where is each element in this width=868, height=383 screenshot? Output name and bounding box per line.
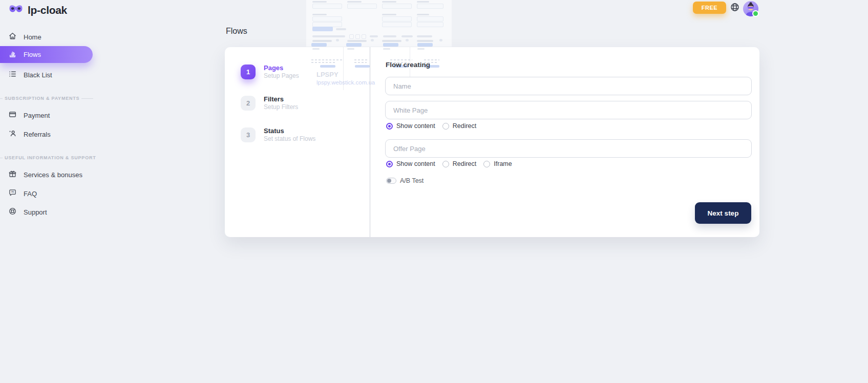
radio-button-checked[interactable]	[386, 161, 393, 167]
home-icon	[8, 32, 17, 42]
flows-stack-icon	[8, 50, 17, 60]
white-page-mode-group: Show content Redirect	[386, 122, 476, 130]
ab-test-label: A/B Test	[400, 177, 424, 184]
sidebar-item-label: Referrals	[24, 131, 51, 138]
sidebar-item-label: FAQ	[24, 190, 37, 198]
user-avatar[interactable]	[743, 1, 758, 16]
radio-show-content[interactable]: Show content	[386, 122, 435, 130]
radio-label: Iframe	[494, 160, 512, 167]
sidebar-item-referrals[interactable]: Referrals	[0, 125, 102, 143]
sidebar: lp-cloak Home Flows	[0, 0, 102, 383]
sidebar-section-support: USEFUL INFORMATION & SUPPORT	[0, 154, 98, 161]
credit-card-icon	[8, 110, 17, 120]
step-number: 3	[241, 127, 256, 142]
form-title: Flow creating	[386, 61, 430, 69]
radio-label: Show content	[396, 122, 435, 130]
card-divider	[370, 47, 370, 237]
page-title: Flows	[226, 27, 247, 36]
radio-show-content[interactable]: Show content	[386, 160, 435, 167]
stepper-step-pages[interactable]: 1 Pages Setup Pages	[241, 65, 299, 80]
radio-redirect[interactable]: Redirect	[442, 122, 477, 130]
radio-label: Redirect	[453, 122, 477, 130]
radio-label: Show content	[396, 160, 435, 167]
flow-creating-card: 1 Pages Setup Pages 2 Filters Setup Filt…	[225, 47, 759, 237]
brand-name: lp-cloak	[28, 4, 67, 16]
step-subtitle: Setup Pages	[264, 72, 299, 80]
sidebar-item-faq[interactable]: ?! FAQ	[0, 184, 102, 203]
sidebar-item-label: Services & bonuses	[24, 171, 82, 179]
ab-test-toggle-off[interactable]	[386, 178, 396, 184]
app-window: LPSPY lpspy.webstick.com.ua lp-cloak	[0, 0, 868, 383]
sidebar-item-black-list[interactable]: Black List	[0, 66, 102, 84]
stepper-step-status[interactable]: 3 Status Set status of Flows	[241, 127, 315, 143]
radio-button[interactable]	[442, 123, 449, 130]
sidebar-item-home[interactable]: Home	[0, 28, 102, 46]
radio-button[interactable]	[442, 161, 449, 167]
step-subtitle: Set status of Flows	[264, 135, 315, 143]
ab-test-row[interactable]: A/B Test	[386, 177, 424, 185]
brand-logo[interactable]: lp-cloak	[8, 4, 67, 16]
sidebar-section-subscription: SUBSCRIPTION & PAYMENTS	[0, 95, 98, 102]
radio-button[interactable]	[483, 161, 490, 167]
sidebar-item-label: Flows	[24, 51, 41, 58]
radio-button-checked[interactable]	[386, 123, 393, 130]
sidebar-item-label: Home	[24, 33, 41, 41]
offer-page-input[interactable]	[385, 139, 752, 158]
mask-logo-icon	[8, 4, 24, 16]
offer-page-mode-group: Show content Redirect Iframe	[386, 160, 512, 168]
faq-bubble-icon: ?!	[8, 188, 17, 199]
flow-name-input[interactable]	[385, 77, 752, 95]
sidebar-item-support[interactable]: Support	[0, 203, 102, 221]
language-globe-icon[interactable]	[730, 2, 740, 12]
step-title: Pages	[264, 64, 299, 72]
lifebuoy-icon	[8, 207, 17, 217]
sidebar-item-payment[interactable]: Payment	[0, 106, 102, 124]
list-icon	[8, 70, 17, 80]
step-number: 2	[241, 96, 256, 111]
plan-badge-button[interactable]: FREE	[693, 2, 726, 14]
sidebar-item-services-bonuses[interactable]: Services & bonuses	[0, 165, 102, 184]
white-page-input[interactable]	[385, 101, 752, 119]
sidebar-item-label: Support	[24, 208, 47, 216]
sidebar-item-label: Black List	[24, 71, 52, 79]
gift-icon	[8, 169, 17, 180]
step-title: Filters	[264, 95, 298, 103]
radio-label: Redirect	[453, 160, 477, 167]
person-add-icon	[8, 129, 17, 139]
sidebar-item-flows[interactable]: Flows	[0, 46, 93, 63]
stepper-step-filters[interactable]: 2 Filters Setup Filters	[241, 96, 298, 111]
step-title: Status	[264, 127, 315, 135]
next-step-button[interactable]: Next step	[695, 202, 751, 224]
step-subtitle: Setup Filters	[264, 103, 298, 111]
flow-creating-form: Flow creating Show content Redirect Show…	[385, 47, 752, 237]
step-number: 1	[241, 65, 256, 79]
svg-text:?!: ?!	[11, 190, 14, 194]
online-status-dot	[752, 10, 759, 17]
radio-redirect[interactable]: Redirect	[442, 160, 477, 167]
sidebar-item-label: Payment	[24, 112, 50, 119]
radio-iframe[interactable]: Iframe	[483, 160, 512, 167]
